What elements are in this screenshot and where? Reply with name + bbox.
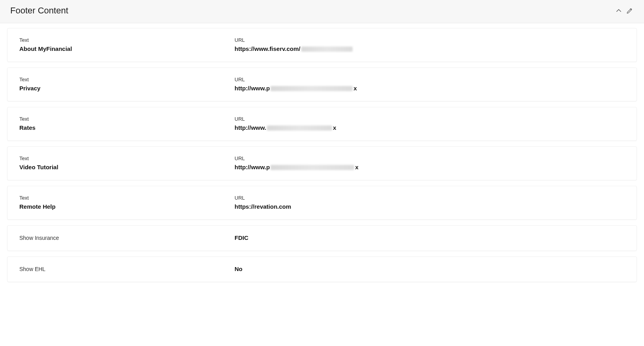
setting-label: Show Insurance	[19, 235, 235, 241]
footer-link-card: Text Remote Help URL https://revation.co…	[7, 186, 637, 220]
url-label: URL	[235, 195, 625, 201]
text-value: Remote Help	[19, 203, 235, 210]
footer-link-card: Text About MyFinancial URL https://www.f…	[7, 28, 637, 62]
url-suffix: x	[355, 164, 358, 170]
setting-card: Show Insurance FDIC	[7, 225, 637, 251]
footer-link-card: Text Privacy URL http://www.p x	[7, 67, 637, 101]
redacted-segment	[270, 165, 354, 170]
cards-container: Text About MyFinancial URL https://www.f…	[0, 23, 644, 289]
url-value: http://www. x	[235, 124, 625, 131]
url-prefix: http://www.p	[235, 164, 270, 170]
redacted-segment	[267, 125, 332, 131]
url-suffix: x	[333, 124, 336, 131]
url-value: http://www.p x	[235, 85, 625, 92]
header-actions	[615, 7, 634, 15]
url-label: URL	[235, 37, 625, 43]
footer-link-card: Text Video Tutorial URL http://www.p x	[7, 146, 637, 180]
text-value: Video Tutorial	[19, 164, 235, 170]
text-label: Text	[19, 195, 235, 201]
collapse-icon[interactable]	[615, 7, 623, 15]
url-value: http://www.p x	[235, 164, 625, 170]
setting-value: No	[235, 266, 242, 272]
url-label: URL	[235, 77, 625, 82]
section-title: Footer Content	[10, 6, 68, 16]
redacted-segment	[270, 86, 353, 91]
url-prefix: https://www.fiserv.com/	[235, 45, 300, 52]
footer-link-card: Text Rates URL http://www. x	[7, 107, 637, 141]
redacted-segment	[301, 47, 353, 52]
text-value: About MyFinancial	[19, 45, 235, 52]
setting-value: FDIC	[235, 234, 248, 241]
url-prefix: http://www.	[235, 124, 266, 131]
text-label: Text	[19, 37, 235, 43]
url-prefix: https://revation.com	[235, 203, 291, 210]
text-label: Text	[19, 77, 235, 82]
section-header: Footer Content	[0, 0, 644, 23]
footer-content-page: Footer Content Text About MyFinancial	[0, 0, 644, 289]
url-label: URL	[235, 116, 625, 122]
url-label: URL	[235, 155, 625, 161]
setting-label: Show EHL	[19, 266, 235, 272]
url-suffix: x	[353, 85, 357, 92]
text-label: Text	[19, 155, 235, 161]
text-value: Privacy	[19, 85, 235, 92]
text-value: Rates	[19, 124, 235, 131]
url-prefix: http://www.p	[235, 85, 270, 92]
text-label: Text	[19, 116, 235, 122]
url-value: https://www.fiserv.com/	[235, 45, 625, 52]
setting-card: Show EHL No	[7, 256, 637, 282]
url-value: https://revation.com	[235, 203, 625, 210]
edit-icon[interactable]	[626, 7, 634, 15]
